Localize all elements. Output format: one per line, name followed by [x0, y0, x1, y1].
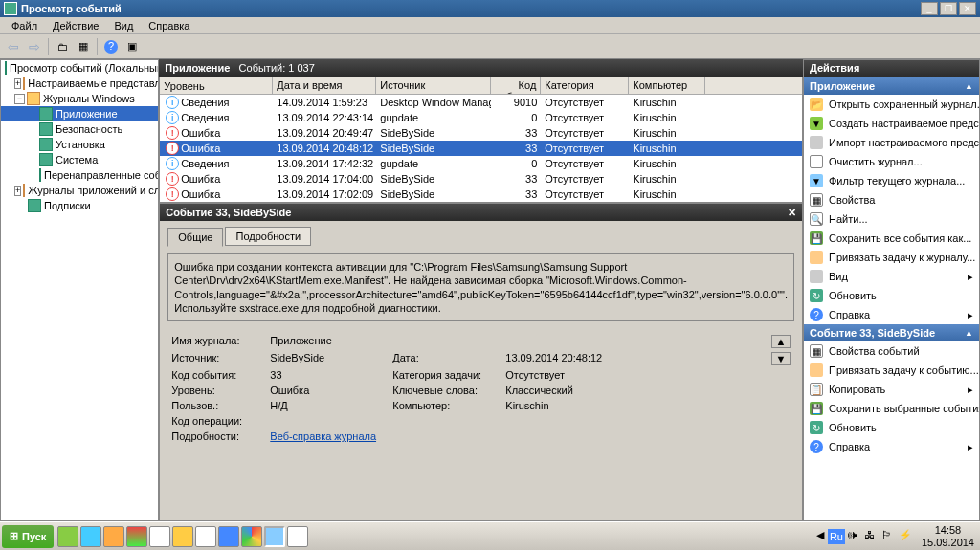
menu-action[interactable]: Действие — [45, 18, 106, 33]
table-row[interactable]: iСведения13.09.2014 22:43:14gupdate0Отсу… — [160, 110, 802, 125]
col-source[interactable]: Источник — [376, 77, 491, 94]
start-button[interactable]: ⊞ Пуск — [2, 525, 54, 548]
action-open-log[interactable]: 📂Открыть сохраненный журнал... — [804, 95, 979, 114]
minimize-button[interactable]: _ — [921, 2, 938, 15]
col-computer[interactable]: Компьютер — [629, 77, 705, 94]
tree-windows-logs[interactable]: −Журналы Windows — [1, 91, 158, 106]
col-category[interactable]: Категория задачи — [541, 77, 629, 94]
action-attach-task-event[interactable]: Привязать задачу к событию... — [804, 361, 979, 380]
menubar: Файл Действие Вид Справка — [0, 17, 980, 34]
task-icon — [810, 251, 823, 264]
action-refresh[interactable]: ↻Обновить — [804, 286, 979, 305]
actions-section-app[interactable]: Приложение▲ — [804, 77, 979, 95]
tab-general[interactable]: Общие — [167, 228, 223, 247]
col-date[interactable]: Дата и время — [273, 77, 376, 94]
taskbar-app-2[interactable] — [80, 526, 101, 547]
taskbar-app-10[interactable] — [264, 526, 285, 547]
taskbar-app-1[interactable] — [57, 526, 78, 547]
tree-custom-views[interactable]: +Настраиваемые представления — [1, 76, 158, 91]
task-icon — [810, 363, 823, 377]
actions-section-event[interactable]: Событие 33, SideBySide▲ — [804, 324, 979, 341]
col-level[interactable]: Уровень — [160, 77, 273, 94]
close-button[interactable]: ✕ — [959, 2, 976, 15]
taskbar-app-9[interactable] — [241, 526, 262, 547]
toolbar-btn-1[interactable]: 🗀 — [53, 37, 72, 56]
table-row[interactable]: !Ошибка13.09.2014 20:49:47SideBySide33От… — [160, 125, 802, 141]
table-row[interactable]: !Ошибка13.09.2014 17:04:00SideBySide33От… — [160, 171, 802, 187]
refresh-icon: ↻ — [810, 421, 823, 434]
save-icon: 💾 — [810, 402, 823, 415]
view-icon — [810, 270, 823, 283]
tree-setup[interactable]: Установка — [1, 137, 158, 152]
action-filter-log[interactable]: ▼Фильтр текущего журнала... — [804, 171, 979, 190]
nav-down-icon[interactable]: ▼ — [771, 352, 791, 365]
tray-icon-2[interactable]: 🖧 — [864, 529, 880, 544]
col-code[interactable]: Код события — [491, 77, 541, 94]
taskbar-app-5[interactable] — [149, 526, 170, 547]
tray-icon-4[interactable]: ⚡ — [899, 529, 914, 544]
action-copy[interactable]: 📋Копировать▸ — [804, 380, 979, 399]
source-label: Источник: — [171, 352, 262, 365]
tab-details[interactable]: Подробности — [225, 227, 311, 246]
tree-application[interactable]: Приложение — [1, 106, 158, 121]
tree-system[interactable]: Система — [1, 152, 158, 167]
taskbar-app-7[interactable] — [195, 526, 216, 547]
action-event-props[interactable]: ▦Свойства событий — [804, 341, 979, 361]
column-headers[interactable]: Уровень Дата и время Источник Код событи… — [160, 77, 802, 95]
app-icon — [4, 2, 17, 15]
help-icon: ? — [810, 440, 823, 453]
action-import-view[interactable]: Импорт настраиваемого представле... — [804, 133, 979, 152]
tree-subscriptions[interactable]: Подписки — [1, 198, 158, 213]
info-icon: i — [166, 111, 179, 124]
taskbar-app-3[interactable] — [103, 526, 124, 547]
log-label: Имя журнала: — [171, 335, 262, 348]
action-create-view[interactable]: ▼Создать настраиваемое представле... — [804, 114, 979, 133]
help-button[interactable]: ? — [101, 37, 121, 56]
date-label: Дата: — [392, 352, 498, 365]
maximize-button[interactable]: ❐ — [940, 2, 957, 15]
action-help-2[interactable]: ?Справка▸ — [804, 437, 979, 456]
action-find[interactable]: 🔍Найти... — [804, 209, 979, 229]
taskbar-app-8[interactable] — [218, 526, 239, 547]
action-help[interactable]: ?Справка▸ — [804, 305, 979, 324]
back-button: ⇦ — [4, 37, 23, 56]
level-value: Ошибка — [270, 385, 385, 396]
tree-root[interactable]: Просмотр событий (Локальный) — [1, 60, 158, 76]
tree-forwarded[interactable]: Перенаправленные события — [1, 167, 158, 183]
table-row[interactable]: iСведения14.09.2014 1:59:23Desktop Windo… — [160, 95, 802, 110]
source-value: SideBySide — [270, 352, 385, 365]
tray-icon-3[interactable]: 🏳 — [881, 529, 897, 544]
tree-panel[interactable]: Просмотр событий (Локальный) +Настраивае… — [0, 59, 159, 521]
action-save-selected[interactable]: 💾Сохранить выбранные события... — [804, 399, 979, 418]
tray-lang[interactable]: Ru — [828, 529, 845, 544]
menu-help[interactable]: Справка — [141, 18, 197, 33]
action-properties[interactable]: ▦Свойства — [804, 190, 979, 209]
tray-icon-1[interactable]: 🕪 — [847, 529, 862, 544]
event-list[interactable]: Уровень Дата и время Источник Код событи… — [159, 77, 803, 203]
titlebar: Просмотр событий _ ❐ ✕ — [0, 0, 980, 17]
window-title: Просмотр событий — [21, 3, 921, 14]
menu-view[interactable]: Вид — [106, 18, 141, 33]
tray-clock[interactable]: 14:58 15.09.2014 — [922, 524, 974, 547]
tree-security[interactable]: Безопасность — [1, 121, 158, 137]
action-attach-task-log[interactable]: Привязать задачу к журналу... — [804, 248, 979, 267]
nav-up-icon[interactable]: ▲ — [771, 335, 791, 348]
web-help-link[interactable]: Веб-справка журнала — [270, 430, 376, 442]
taskbar-app-4[interactable] — [126, 526, 147, 547]
action-view[interactable]: Вид▸ — [804, 267, 979, 286]
detail-close-button[interactable]: ✕ — [788, 207, 796, 219]
taskbar-app-11[interactable] — [287, 526, 308, 547]
taskbar-app-6[interactable] — [172, 526, 193, 547]
tray-expand-icon[interactable]: ◀ — [814, 529, 826, 544]
action-clear-log[interactable]: Очистить журнал... — [804, 152, 979, 171]
menu-file[interactable]: Файл — [4, 18, 45, 33]
toolbar-btn-3[interactable]: ▣ — [122, 37, 142, 56]
table-row[interactable]: !Ошибка13.09.2014 20:48:12SideBySide33От… — [160, 141, 802, 156]
toolbar-btn-2[interactable]: ▦ — [74, 37, 93, 56]
info-icon: i — [166, 96, 179, 109]
action-save-all[interactable]: 💾Сохранить все события как... — [804, 229, 979, 248]
action-refresh-2[interactable]: ↻Обновить — [804, 418, 979, 437]
tree-app-services[interactable]: +Журналы приложений и служб — [1, 183, 158, 198]
table-row[interactable]: !Ошибка13.09.2014 17:02:09SideBySide33От… — [160, 187, 802, 202]
table-row[interactable]: iСведения13.09.2014 17:42:32gupdate0Отсу… — [160, 156, 802, 171]
